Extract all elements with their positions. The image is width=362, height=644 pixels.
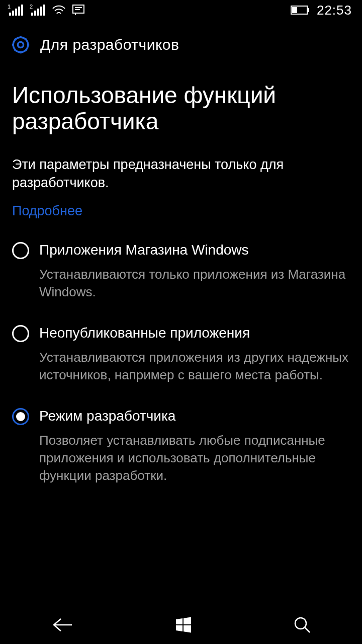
option-developer-mode[interactable]: Режим разработчика Позволяет устанавлива… — [12, 407, 350, 485]
status-bar: 1 2 — [0, 0, 362, 20]
svg-point-13 — [295, 618, 306, 629]
radio-icon[interactable] — [12, 242, 29, 259]
svg-marker-11 — [176, 625, 183, 631]
option-description: Устанавливаются приложения из других над… — [39, 349, 350, 384]
gear-icon — [10, 34, 31, 55]
option-label: Режим разработчика — [39, 407, 350, 425]
option-label: Приложения Магазина Windows — [39, 241, 350, 259]
radio-icon[interactable] — [12, 325, 29, 342]
nav-bar — [0, 605, 362, 644]
signal-sim2-icon: 2 — [30, 5, 45, 16]
status-right: 22:53 — [291, 3, 352, 18]
option-label: Неопубликованные приложения — [39, 324, 350, 342]
svg-point-7 — [13, 37, 28, 52]
svg-rect-5 — [292, 7, 297, 13]
content: Использование функций разработчика Эти п… — [0, 70, 362, 485]
battery-icon — [291, 6, 310, 15]
wifi-icon — [52, 5, 65, 16]
radio-icon[interactable] — [12, 408, 29, 425]
page-title: Для разработчиков — [40, 36, 179, 53]
option-sideload-apps[interactable]: Неопубликованные приложения Устанавливаю… — [12, 324, 350, 384]
svg-marker-9 — [176, 618, 183, 624]
option-description: Устанавливаются только приложения из Маг… — [39, 266, 350, 301]
svg-marker-12 — [184, 625, 191, 633]
more-link[interactable]: Подробнее — [12, 203, 82, 219]
section-description: Эти параметры предназначены только для р… — [12, 155, 350, 192]
status-left: 1 2 — [8, 5, 84, 16]
option-description: Позволяет устанавливать любые подписанны… — [39, 432, 350, 485]
start-button[interactable] — [175, 616, 192, 633]
clock: 22:53 — [317, 3, 352, 18]
svg-line-14 — [305, 627, 310, 632]
search-button[interactable] — [293, 616, 311, 634]
back-button[interactable] — [51, 617, 74, 632]
message-icon — [72, 5, 84, 16]
svg-rect-4 — [307, 8, 309, 12]
page-header: Для разработчиков — [0, 20, 362, 70]
svg-point-6 — [18, 42, 23, 47]
signal-sim1-icon: 1 — [8, 5, 23, 16]
svg-marker-10 — [184, 617, 191, 624]
section-heading: Использование функций разработчика — [12, 83, 350, 134]
sim2-index: 2 — [30, 4, 33, 10]
option-windows-store-apps[interactable]: Приложения Магазина Windows Устанавливаю… — [12, 241, 350, 301]
sim1-index: 1 — [8, 4, 11, 10]
